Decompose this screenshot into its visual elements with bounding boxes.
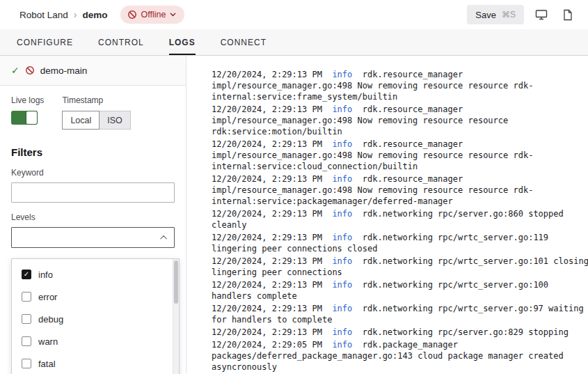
log-level[interactable]: info — [332, 139, 352, 149]
tab[interactable]: LOGS — [169, 29, 196, 55]
scrollbar[interactable] — [173, 259, 179, 374]
keyword-label: Keyword — [11, 168, 175, 178]
checkbox[interactable] — [22, 314, 31, 324]
save-shortcut: ⌘S — [502, 10, 516, 20]
live-logs-label: Live logs — [11, 95, 44, 105]
log-level[interactable]: info — [332, 256, 352, 266]
keyword-input[interactable] — [11, 182, 175, 203]
level-option-label: fatal — [38, 359, 56, 369]
levels-select[interactable] — [11, 227, 175, 248]
level-option-label: error — [38, 292, 57, 302]
log-entry: 12/20/2024, 2:29:05 PM info rdk.package_… — [212, 339, 588, 373]
toggle-knob — [26, 111, 38, 125]
timestamp-segmented: Local ISO — [62, 111, 130, 130]
log-level[interactable]: info — [332, 209, 352, 219]
log-entry: 12/20/2024, 2:29:13 PM info rdk.networki… — [212, 303, 588, 325]
log-panel: 12/20/2024, 2:29:13 PM info rdk.resource… — [186, 56, 588, 373]
part-name: demo-main — [40, 65, 88, 76]
timestamp-option-local[interactable]: Local — [62, 111, 100, 130]
log-level[interactable]: info — [332, 304, 352, 313]
tab[interactable]: CONFIGURE — [17, 29, 73, 55]
log-level[interactable]: info — [332, 70, 352, 79]
checkbox[interactable] — [22, 270, 31, 279]
timestamp-option-iso[interactable]: ISO — [99, 111, 131, 130]
sidebar: ✓ demo-main Live logs Timestamp Local — [0, 56, 186, 373]
status-badge[interactable]: Offline — [120, 6, 185, 24]
levels-dropdown: info error debug warn fatal — [11, 258, 180, 374]
keyword-field: Keyword — [0, 158, 186, 203]
status-badge-label: Offline — [141, 10, 166, 20]
level-option-label: info — [38, 270, 53, 280]
levels-list: info error debug warn fatal — [12, 259, 179, 374]
tab-label: CONFIGURE — [17, 38, 73, 47]
level-option-label: warn — [38, 336, 58, 347]
level-option-label: debug — [38, 314, 63, 325]
log-entry: 12/20/2024, 2:29:13 PM info rdk.networki… — [212, 279, 588, 302]
checkbox[interactable] — [22, 359, 31, 368]
level-option[interactable]: debug — [12, 308, 179, 330]
log-entry: 12/20/2024, 2:29:13 PM info rdk.resource… — [212, 104, 588, 137]
timestamp-label: Timestamp — [62, 95, 130, 105]
log-entry: 12/20/2024, 2:29:13 PM info rdk.networki… — [212, 327, 588, 338]
log-level[interactable]: info — [332, 104, 352, 114]
top-header: Robot Land › demo Offline Save ⌘S — [0, 0, 588, 29]
tab[interactable]: CONNECT — [221, 29, 267, 55]
timestamp-control: Timestamp Local ISO — [62, 95, 130, 130]
log-entry: 12/20/2024, 2:29:13 PM info rdk.resource… — [212, 173, 588, 207]
log-entry: 12/20/2024, 2:29:13 PM info rdk.resource… — [212, 139, 588, 172]
log-entry: 12/20/2024, 2:29:13 PM info rdk.resource… — [212, 69, 588, 102]
filters-title: Filters — [0, 130, 186, 158]
checkbox[interactable] — [22, 336, 31, 346]
tab-bar: CONFIGURECONTROLLOGSCONNECT — [0, 29, 588, 56]
check-icon: ✓ — [11, 65, 19, 76]
breadcrumb-org[interactable]: Robot Land — [19, 10, 68, 20]
log-level[interactable]: info — [332, 233, 352, 242]
live-logs-control: Live logs — [11, 95, 44, 130]
level-option[interactable]: info — [12, 263, 179, 286]
checkbox[interactable] — [22, 292, 31, 302]
live-logs-toggle[interactable] — [11, 111, 38, 125]
save-button-label: Save — [475, 10, 496, 20]
level-option[interactable]: warn — [12, 330, 179, 352]
tab-label: LOGS — [169, 38, 196, 47]
levels-label: Levels — [11, 212, 175, 222]
tab[interactable]: CONTROL — [98, 29, 144, 55]
display-icon[interactable] — [532, 6, 550, 24]
log-entry: 12/20/2024, 2:29:13 PM info rdk.networki… — [212, 256, 588, 278]
log-level[interactable]: info — [332, 340, 352, 350]
log-list: 12/20/2024, 2:29:13 PM info rdk.resource… — [186, 56, 588, 373]
level-option[interactable]: error — [12, 286, 179, 308]
tab-label: CONTROL — [98, 38, 144, 47]
level-option[interactable]: fatal — [12, 352, 179, 374]
levels-field: Levels — [0, 203, 186, 248]
log-level[interactable]: info — [332, 327, 352, 337]
part-row[interactable]: ✓ demo-main — [0, 56, 186, 86]
offline-icon — [127, 10, 137, 20]
scrollbar-thumb[interactable] — [174, 260, 178, 304]
log-level[interactable]: info — [332, 280, 352, 290]
machine-offline-icon — [25, 65, 35, 75]
save-button[interactable]: Save ⌘S — [467, 5, 524, 24]
breadcrumb-machine[interactable]: demo — [82, 10, 107, 20]
document-icon[interactable] — [559, 6, 577, 24]
chevron-down-icon — [170, 13, 176, 17]
content: ✓ demo-main Live logs Timestamp Local — [0, 56, 588, 373]
breadcrumb: Robot Land › demo — [19, 9, 108, 20]
chevron-up-icon — [160, 235, 167, 242]
log-entry: 12/20/2024, 2:29:13 PM info rdk.networki… — [212, 232, 588, 254]
tab-label: CONNECT — [221, 38, 267, 47]
log-level[interactable]: info — [332, 174, 352, 184]
breadcrumb-separator: › — [74, 9, 77, 20]
log-entry: 12/20/2024, 2:29:13 PM info rdk.networki… — [212, 208, 588, 231]
